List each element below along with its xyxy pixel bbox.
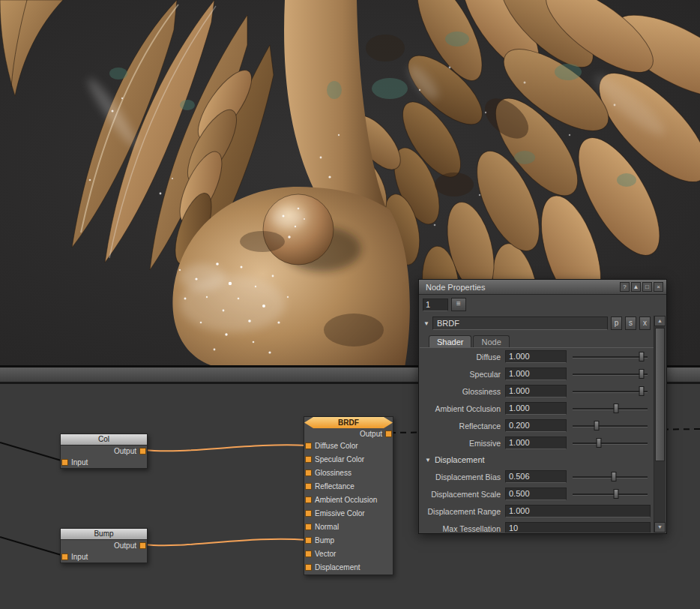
param-label: Displacement Bias [424,472,505,482]
restore-icon[interactable]: □ [642,282,652,292]
node-brdf-input-row: Vector [304,548,393,561]
options-icon[interactable]: ≡ [451,298,466,311]
input-port[interactable] [305,524,312,530]
output-port[interactable] [139,542,146,549]
input-port[interactable] [305,510,312,517]
close-icon[interactable]: × [654,282,663,292]
output-port[interactable] [139,448,146,454]
brdf-section-header: ▼ BRDF p s x [423,316,651,330]
input-port[interactable] [305,537,312,544]
input-label: Reflectance [315,482,354,490]
node-brdf[interactable]: BRDF Output Diffuse Color Specular Color… [304,416,393,575]
param-slider[interactable] [573,472,648,482]
node-brdf-input-row: Specular Color [304,453,393,466]
x-button[interactable]: x [639,316,651,330]
slider-handle[interactable] [639,352,645,362]
param-row-displacement-scale: Displacement Scale 0.500 R [420,485,654,502]
input-label: Vector [315,550,336,558]
param-slider[interactable] [573,421,648,430]
input-port[interactable] [305,483,312,490]
param-value-field[interactable]: 0.500 [505,488,567,500]
collapse-triangle-icon[interactable]: ▼ [423,320,429,327]
node-col-title[interactable]: Col [61,434,147,446]
param-row-emissive: Emissive 1.000 R [420,434,654,452]
param-value-field[interactable]: 1.000 [505,385,567,398]
output-label: Output [114,447,136,455]
node-bump[interactable]: Bump Output Input [60,528,148,563]
param-row-specular: Specular 1.000 R [420,365,654,382]
slider-handle[interactable] [597,438,602,448]
slider-handle[interactable] [612,472,617,482]
wire-into-col-input[interactable] [0,442,64,461]
param-label: Displacement Scale [424,490,505,499]
input-label: Normal [315,523,339,531]
slider-handle[interactable] [594,421,600,430]
param-value-field[interactable]: 1.000 [505,368,567,380]
wire-col-to-brdf-diffuse[interactable] [144,445,307,451]
input-port[interactable] [61,459,68,466]
node-brdf-title[interactable]: BRDF [304,417,393,428]
input-port[interactable] [305,496,312,503]
param-slider[interactable] [573,438,648,448]
input-port[interactable] [305,442,312,449]
param-slider[interactable] [573,369,648,379]
param-value-field[interactable]: 0.506 [505,470,567,483]
param-value-field[interactable]: 0.200 [505,419,567,432]
node-index-field[interactable]: 1 [423,298,448,311]
slider-handle[interactable] [614,489,619,499]
param-row-glossiness: Glossiness 1.000 R [420,382,654,400]
param-row-displacement-bias: Displacement Bias 0.506 R [420,468,654,485]
application-window: Col Output Input Bump Output Input [0,0,700,609]
slider-handle[interactable] [614,404,619,413]
collapse-icon[interactable]: ▲ [631,282,641,292]
param-value-field[interactable]: 1.000 [505,505,651,518]
panel-titlebar[interactable]: Node Properties ? ▲ □ × [419,280,666,295]
param-value-field[interactable]: 1.000 [505,436,567,449]
input-label: Glossiness [315,469,351,477]
slider-handle[interactable] [639,386,645,396]
input-label: Diffuse Color [315,442,358,450]
node-col[interactable]: Col Output Input [60,434,148,469]
param-slider[interactable] [573,489,648,499]
input-label: Input [71,458,88,466]
node-name-field[interactable]: BRDF [432,316,608,330]
input-port[interactable] [305,456,312,463]
node-brdf-input-row: Diffuse Color [304,440,393,453]
panel-title: Node Properties [426,283,618,292]
displacement-section-label: Displacement [435,455,485,464]
param-value-field[interactable]: 1.000 [505,402,567,415]
tab-shader[interactable]: Shader [429,335,471,347]
tab-node[interactable]: Node [473,335,509,347]
panel-scrollbar[interactable]: ▲ ▼ [654,316,666,532]
param-slider[interactable] [573,386,648,396]
input-port[interactable] [61,554,68,560]
input-label: Emissive Color [315,509,365,518]
collapse-triangle-icon[interactable]: ▼ [425,457,431,464]
wire-into-bump-input[interactable] [0,537,64,556]
node-brdf-input-row: Emissive Color [304,507,393,520]
wire-bump-to-brdf-bump[interactable] [144,539,307,545]
input-port[interactable] [305,550,312,557]
output-port[interactable] [385,430,392,437]
param-value-field[interactable]: 10 [505,522,651,532]
scrollbar-thumb[interactable] [655,328,665,461]
input-port[interactable] [305,470,312,476]
param-value-field[interactable]: 1.000 [505,350,567,363]
node-bump-title[interactable]: Bump [61,529,147,540]
input-label: Input [71,553,88,561]
s-button[interactable]: s [625,316,636,330]
input-port[interactable] [305,564,312,571]
scroll-up-icon[interactable]: ▲ [654,316,666,326]
scroll-down-icon[interactable]: ▼ [654,522,666,532]
param-slider[interactable] [573,404,648,413]
output-label: Output [114,542,136,550]
p-button[interactable]: p [611,316,622,330]
node-brdf-input-row: Displacement [304,561,393,574]
statue-sphere-joint [263,194,334,265]
param-slider[interactable] [573,352,648,362]
node-bump-input-row: Input [61,551,147,562]
node-brdf-input-row: Reflectance [304,480,393,494]
input-label: Specular Color [315,455,364,464]
slider-handle[interactable] [639,369,645,379]
help-icon[interactable]: ? [620,282,630,292]
